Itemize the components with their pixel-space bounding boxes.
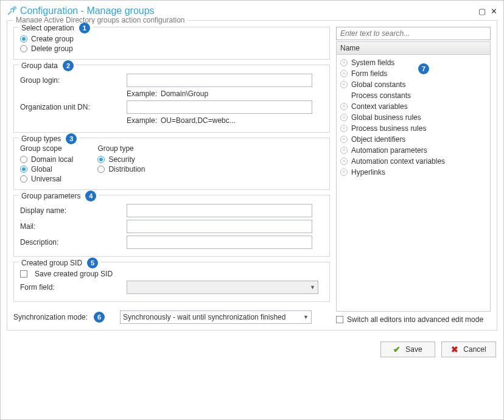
expand-icon: ›	[340, 81, 348, 88]
radio-distribution[interactable]: Distribution	[97, 165, 145, 173]
expand-icon: ›	[340, 114, 348, 121]
group-type-label: Group type	[97, 144, 145, 153]
cancel-label: Cancel	[463, 345, 486, 354]
advanced-checkbox[interactable]: Switch all editors into advanced edit mo…	[336, 315, 491, 324]
radio-icon	[20, 156, 27, 163]
mail-input[interactable]	[127, 220, 312, 233]
ou-example: OU=Board,DC=webc...	[161, 116, 236, 125]
check-icon: ✔	[393, 345, 401, 354]
chevron-down-icon: ▼	[310, 284, 315, 290]
group-scope-label: Group scope	[20, 144, 73, 153]
tree-item[interactable]: ›System fields	[338, 57, 489, 68]
tree-item-label: Automation context variables	[351, 157, 445, 166]
radio-create-label: Create group	[31, 35, 74, 43]
group-data-group: Group data2 Group login: Example:Domain\…	[13, 65, 330, 133]
badge-5: 5	[87, 257, 98, 268]
save-button[interactable]: ✔Save	[380, 341, 435, 357]
sync-value: Synchronously - wait until synchronizati…	[123, 313, 285, 321]
group-data-legend: Group data	[21, 61, 58, 70]
select-operation-group: Select operation1 Create group Delete gr…	[13, 27, 330, 60]
checkbox-icon	[20, 270, 27, 278]
badge-7: 7	[418, 63, 429, 74]
display-name-input[interactable]	[127, 204, 312, 217]
radio-universal[interactable]: Universal	[20, 175, 73, 183]
sync-select[interactable]: Synchronously - wait until synchronizati…	[120, 310, 312, 324]
save-sid-checkbox[interactable]: Save created group SID	[20, 270, 323, 278]
window-title: Configuration - Manage groups	[20, 5, 155, 16]
checkbox-icon	[336, 316, 343, 323]
search-input[interactable]	[336, 27, 491, 40]
tree-item-label: Object identifiers	[351, 135, 405, 144]
badge-6: 6	[94, 312, 105, 323]
tree-item[interactable]: ›Object identifiers	[338, 134, 489, 145]
tree-item[interactable]: ›Form fields	[338, 68, 489, 79]
login-example: Domain\Group	[161, 89, 208, 98]
radio-icon	[97, 156, 105, 163]
cancel-button[interactable]: ✖Cancel	[441, 341, 496, 357]
expand-icon: ›	[340, 147, 348, 154]
tree-item[interactable]: ›Context variables	[338, 101, 489, 112]
chevron-down-icon: ▼	[303, 314, 309, 320]
save-sid-label: Save created group SID	[35, 270, 113, 278]
tree-item-label: Global business rules	[351, 113, 421, 122]
radio-domain-local[interactable]: Domain local	[20, 155, 73, 164]
expand-icon: ›	[340, 125, 348, 132]
tree-item[interactable]: ›Process business rules	[338, 123, 489, 134]
sync-label: Synchronization mode:	[13, 313, 88, 321]
radio-security[interactable]: Security	[97, 155, 145, 164]
radio-icon	[97, 166, 105, 173]
description-input[interactable]	[127, 236, 312, 249]
tree-item-label: Context variables	[351, 102, 408, 111]
group-parameters-legend: Group parameters	[21, 192, 80, 200]
badge-1: 1	[79, 23, 90, 33]
tree-list: 7 ›System fields›Form fields›Global cons…	[336, 55, 491, 312]
tools-icon	[7, 6, 16, 16]
sync-row: Synchronization mode:6 Synchronously - w…	[13, 310, 330, 324]
tree-item-label: Automation parameters	[351, 146, 427, 155]
group-types-legend: Group types	[21, 135, 61, 143]
tree-item[interactable]: ›Global constants	[338, 79, 489, 90]
expand-icon: ›	[340, 169, 348, 176]
group-login-input[interactable]	[127, 74, 312, 87]
tree-item-label: System fields	[351, 58, 394, 67]
expand-icon: ›	[340, 158, 348, 165]
radio-global-label: Global	[31, 165, 52, 173]
ou-input[interactable]	[127, 100, 312, 114]
save-label: Save	[405, 345, 422, 354]
radio-delete-label: Delete group	[31, 44, 73, 53]
name-column-header[interactable]: Name	[336, 41, 491, 55]
created-sid-group: Created group SID5 Save created group SI…	[13, 262, 330, 302]
display-name-label: Display name:	[20, 206, 127, 215]
maximize-icon[interactable]: ▢	[478, 7, 486, 16]
badge-2: 2	[63, 60, 74, 71]
outer-group: Manage Active Directory groups action co…	[7, 20, 497, 331]
group-parameters-group: Group parameters4 Display name: Mail: De…	[13, 195, 330, 257]
radio-distribution-label: Distribution	[108, 165, 145, 173]
radio-domain-local-label: Domain local	[31, 155, 73, 164]
tree-item-label: Form fields	[351, 69, 387, 78]
radio-security-label: Security	[108, 155, 135, 164]
form-field-select[interactable]: ▼	[127, 281, 318, 294]
tree-item[interactable]: ›Global business rules	[338, 112, 489, 123]
radio-delete-group[interactable]: Delete group	[20, 44, 323, 53]
example-label: Example:	[127, 116, 157, 125]
tree-item[interactable]: ›Automation context variables	[338, 156, 489, 167]
radio-create-group[interactable]: Create group	[20, 35, 323, 43]
close-icon[interactable]: ✕	[491, 7, 497, 16]
ou-label: Organization unit DN:	[20, 103, 127, 111]
tree-item[interactable]: Process constants	[338, 90, 489, 101]
badge-3: 3	[66, 133, 77, 144]
advanced-label: Switch all editors into advanced edit mo…	[347, 315, 483, 324]
radio-global[interactable]: Global	[20, 165, 73, 173]
created-sid-legend: Created group SID	[21, 259, 82, 267]
tree-item[interactable]: ›Hyperlinks	[338, 167, 489, 178]
radio-universal-label: Universal	[31, 175, 61, 183]
group-types-group: Group types3 Group scope Domain local Gl…	[13, 138, 330, 190]
tree-item[interactable]: ›Automation parameters	[338, 145, 489, 156]
mail-label: Mail:	[20, 222, 127, 231]
tree-item-label: Global constants	[351, 80, 405, 89]
expand-icon: ›	[340, 136, 348, 143]
radio-icon	[20, 35, 27, 43]
expand-icon: ›	[340, 70, 348, 77]
group-login-label: Group login:	[20, 76, 127, 85]
